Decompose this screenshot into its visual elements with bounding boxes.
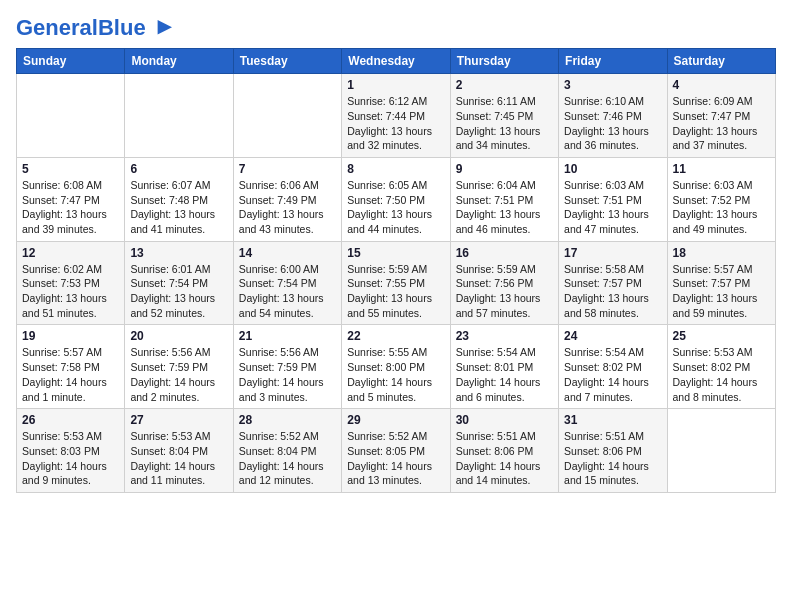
weekday-header-monday: Monday [125, 49, 233, 74]
day-number: 3 [564, 78, 661, 92]
day-info: Sunrise: 5:53 AMSunset: 8:02 PMDaylight:… [673, 345, 770, 404]
weekday-header-wednesday: Wednesday [342, 49, 450, 74]
logo-icon [154, 20, 172, 38]
day-info: Sunrise: 6:04 AMSunset: 7:51 PMDaylight:… [456, 178, 553, 237]
day-number: 23 [456, 329, 553, 343]
day-number: 18 [673, 246, 770, 260]
day-number: 6 [130, 162, 227, 176]
logo-text: GeneralBlue [16, 16, 172, 40]
day-info: Sunrise: 5:53 AMSunset: 8:04 PMDaylight:… [130, 429, 227, 488]
day-info: Sunrise: 5:59 AMSunset: 7:56 PMDaylight:… [456, 262, 553, 321]
calendar-week-row: 26Sunrise: 5:53 AMSunset: 8:03 PMDayligh… [17, 409, 776, 493]
day-info: Sunrise: 5:55 AMSunset: 8:00 PMDaylight:… [347, 345, 444, 404]
calendar-cell [667, 409, 775, 493]
day-info: Sunrise: 6:02 AMSunset: 7:53 PMDaylight:… [22, 262, 119, 321]
weekday-header-tuesday: Tuesday [233, 49, 341, 74]
day-number: 5 [22, 162, 119, 176]
day-info: Sunrise: 5:51 AMSunset: 8:06 PMDaylight:… [456, 429, 553, 488]
calendar-body: 1Sunrise: 6:12 AMSunset: 7:44 PMDaylight… [17, 74, 776, 493]
calendar-header: SundayMondayTuesdayWednesdayThursdayFrid… [17, 49, 776, 74]
day-info: Sunrise: 6:00 AMSunset: 7:54 PMDaylight:… [239, 262, 336, 321]
calendar-week-row: 5Sunrise: 6:08 AMSunset: 7:47 PMDaylight… [17, 157, 776, 241]
day-info: Sunrise: 5:52 AMSunset: 8:05 PMDaylight:… [347, 429, 444, 488]
calendar-cell: 10Sunrise: 6:03 AMSunset: 7:51 PMDayligh… [559, 157, 667, 241]
day-number: 22 [347, 329, 444, 343]
day-number: 14 [239, 246, 336, 260]
day-info: Sunrise: 5:57 AMSunset: 7:57 PMDaylight:… [673, 262, 770, 321]
day-number: 28 [239, 413, 336, 427]
page-header: GeneralBlue [16, 16, 776, 40]
calendar-cell: 20Sunrise: 5:56 AMSunset: 7:59 PMDayligh… [125, 325, 233, 409]
day-info: Sunrise: 6:05 AMSunset: 7:50 PMDaylight:… [347, 178, 444, 237]
calendar-cell: 15Sunrise: 5:59 AMSunset: 7:55 PMDayligh… [342, 241, 450, 325]
calendar-cell: 17Sunrise: 5:58 AMSunset: 7:57 PMDayligh… [559, 241, 667, 325]
calendar-cell: 19Sunrise: 5:57 AMSunset: 7:58 PMDayligh… [17, 325, 125, 409]
day-number: 30 [456, 413, 553, 427]
weekday-header-friday: Friday [559, 49, 667, 74]
day-info: Sunrise: 5:53 AMSunset: 8:03 PMDaylight:… [22, 429, 119, 488]
calendar-cell: 31Sunrise: 5:51 AMSunset: 8:06 PMDayligh… [559, 409, 667, 493]
day-info: Sunrise: 6:10 AMSunset: 7:46 PMDaylight:… [564, 94, 661, 153]
day-info: Sunrise: 5:58 AMSunset: 7:57 PMDaylight:… [564, 262, 661, 321]
day-info: Sunrise: 5:56 AMSunset: 7:59 PMDaylight:… [239, 345, 336, 404]
calendar-cell: 12Sunrise: 6:02 AMSunset: 7:53 PMDayligh… [17, 241, 125, 325]
day-info: Sunrise: 6:12 AMSunset: 7:44 PMDaylight:… [347, 94, 444, 153]
logo-blue: Blue [98, 15, 146, 40]
day-number: 1 [347, 78, 444, 92]
day-info: Sunrise: 5:56 AMSunset: 7:59 PMDaylight:… [130, 345, 227, 404]
day-info: Sunrise: 5:57 AMSunset: 7:58 PMDaylight:… [22, 345, 119, 404]
calendar-cell: 11Sunrise: 6:03 AMSunset: 7:52 PMDayligh… [667, 157, 775, 241]
day-number: 7 [239, 162, 336, 176]
day-number: 12 [22, 246, 119, 260]
day-number: 13 [130, 246, 227, 260]
calendar-cell: 25Sunrise: 5:53 AMSunset: 8:02 PMDayligh… [667, 325, 775, 409]
calendar-week-row: 1Sunrise: 6:12 AMSunset: 7:44 PMDaylight… [17, 74, 776, 158]
day-number: 29 [347, 413, 444, 427]
day-number: 21 [239, 329, 336, 343]
calendar-cell: 30Sunrise: 5:51 AMSunset: 8:06 PMDayligh… [450, 409, 558, 493]
day-number: 15 [347, 246, 444, 260]
weekday-header-row: SundayMondayTuesdayWednesdayThursdayFrid… [17, 49, 776, 74]
day-info: Sunrise: 5:59 AMSunset: 7:55 PMDaylight:… [347, 262, 444, 321]
calendar-cell: 3Sunrise: 6:10 AMSunset: 7:46 PMDaylight… [559, 74, 667, 158]
day-number: 17 [564, 246, 661, 260]
day-number: 26 [22, 413, 119, 427]
day-info: Sunrise: 5:52 AMSunset: 8:04 PMDaylight:… [239, 429, 336, 488]
day-number: 8 [347, 162, 444, 176]
calendar-cell: 5Sunrise: 6:08 AMSunset: 7:47 PMDaylight… [17, 157, 125, 241]
day-info: Sunrise: 6:01 AMSunset: 7:54 PMDaylight:… [130, 262, 227, 321]
calendar-cell: 8Sunrise: 6:05 AMSunset: 7:50 PMDaylight… [342, 157, 450, 241]
calendar-cell [233, 74, 341, 158]
calendar-week-row: 19Sunrise: 5:57 AMSunset: 7:58 PMDayligh… [17, 325, 776, 409]
day-info: Sunrise: 5:51 AMSunset: 8:06 PMDaylight:… [564, 429, 661, 488]
calendar-cell: 27Sunrise: 5:53 AMSunset: 8:04 PMDayligh… [125, 409, 233, 493]
day-info: Sunrise: 5:54 AMSunset: 8:02 PMDaylight:… [564, 345, 661, 404]
day-number: 20 [130, 329, 227, 343]
calendar-cell: 26Sunrise: 5:53 AMSunset: 8:03 PMDayligh… [17, 409, 125, 493]
calendar-cell: 16Sunrise: 5:59 AMSunset: 7:56 PMDayligh… [450, 241, 558, 325]
calendar-table: SundayMondayTuesdayWednesdayThursdayFrid… [16, 48, 776, 493]
day-number: 27 [130, 413, 227, 427]
day-info: Sunrise: 6:09 AMSunset: 7:47 PMDaylight:… [673, 94, 770, 153]
day-number: 11 [673, 162, 770, 176]
day-number: 2 [456, 78, 553, 92]
svg-marker-0 [157, 20, 171, 34]
day-info: Sunrise: 6:08 AMSunset: 7:47 PMDaylight:… [22, 178, 119, 237]
calendar-cell: 1Sunrise: 6:12 AMSunset: 7:44 PMDaylight… [342, 74, 450, 158]
calendar-cell [17, 74, 125, 158]
day-number: 16 [456, 246, 553, 260]
logo: GeneralBlue [16, 16, 172, 40]
logo-general: General [16, 15, 98, 40]
day-info: Sunrise: 6:07 AMSunset: 7:48 PMDaylight:… [130, 178, 227, 237]
day-info: Sunrise: 5:54 AMSunset: 8:01 PMDaylight:… [456, 345, 553, 404]
calendar-cell: 6Sunrise: 6:07 AMSunset: 7:48 PMDaylight… [125, 157, 233, 241]
calendar-cell: 22Sunrise: 5:55 AMSunset: 8:00 PMDayligh… [342, 325, 450, 409]
calendar-cell: 28Sunrise: 5:52 AMSunset: 8:04 PMDayligh… [233, 409, 341, 493]
calendar-cell: 23Sunrise: 5:54 AMSunset: 8:01 PMDayligh… [450, 325, 558, 409]
day-info: Sunrise: 6:11 AMSunset: 7:45 PMDaylight:… [456, 94, 553, 153]
weekday-header-saturday: Saturday [667, 49, 775, 74]
day-number: 19 [22, 329, 119, 343]
calendar-week-row: 12Sunrise: 6:02 AMSunset: 7:53 PMDayligh… [17, 241, 776, 325]
day-number: 10 [564, 162, 661, 176]
day-number: 25 [673, 329, 770, 343]
